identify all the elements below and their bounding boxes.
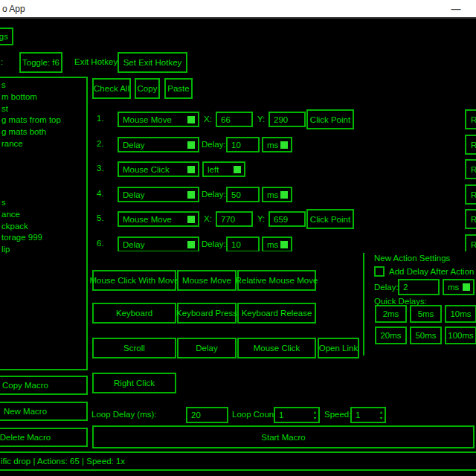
mouse-button-dropdown[interactable]: left xyxy=(202,161,245,177)
action-row-number: 2. xyxy=(97,139,104,148)
remove-action-button[interactable]: R xyxy=(465,159,476,179)
remove-action-button[interactable]: R xyxy=(465,184,476,205)
delay-unit-dropdown[interactable]: ms xyxy=(262,187,292,202)
add-action-button[interactable]: Right Click xyxy=(92,373,176,393)
add-action-button[interactable]: Delay xyxy=(177,338,237,358)
loop-count-stepper[interactable]: 1 ▴ ▾ xyxy=(274,407,320,423)
remove-action-button[interactable]: R xyxy=(465,209,476,229)
status-bar: ific drop | Actions: 65 | Speed: 1x xyxy=(0,451,476,471)
speed-label: Speed: xyxy=(324,410,351,419)
action-rows: 1.Mouse MoveX:66Y:290Click PointR2.Delay… xyxy=(0,104,476,251)
spinner-up-icon[interactable]: ▴ xyxy=(314,409,316,415)
quick-delay-button[interactable]: 100ms xyxy=(445,327,476,344)
action-type-dropdown[interactable]: Delay xyxy=(118,187,199,202)
quick-delay-button[interactable]: 50ms xyxy=(410,327,442,344)
x-label: X: xyxy=(204,115,212,123)
add-action-button[interactable]: Mouse Click With Move xyxy=(92,270,176,291)
quick-delay-button[interactable]: 5ms xyxy=(410,305,442,323)
new-macro-button[interactable]: New Macro xyxy=(0,402,88,421)
spinner-arrows[interactable]: ▴ ▾ xyxy=(380,409,382,421)
minimize-button[interactable]: — xyxy=(445,0,467,17)
spinner-down-icon[interactable]: ▾ xyxy=(380,415,382,421)
dropdown-indicator-icon xyxy=(463,283,470,291)
quick-delay-button[interactable]: 10ms xyxy=(445,305,476,323)
action-type-dropdown-value: Delay xyxy=(123,141,144,149)
macro-list-item[interactable]: s xyxy=(1,80,86,91)
delay-input[interactable]: 10 xyxy=(226,137,260,152)
action-row-number: 3. xyxy=(97,164,104,173)
delay-label: Delay: xyxy=(202,140,226,149)
mouse-button-dropdown-value: left xyxy=(208,165,219,174)
delete-macro-button[interactable]: Delete Macro xyxy=(0,428,88,447)
delay-label: Delay: xyxy=(202,239,226,248)
add-delay-label: Add Delay After Action xyxy=(389,267,474,276)
remove-action-button[interactable]: R xyxy=(465,135,476,155)
remove-action-button[interactable]: R xyxy=(465,234,476,251)
dropdown-indicator-icon xyxy=(187,191,195,199)
paste-button[interactable]: Paste xyxy=(164,78,193,99)
spinner-arrows[interactable]: ▴ ▾ xyxy=(314,409,316,421)
add-action-button[interactable]: Open Link xyxy=(318,338,359,358)
window-title: o App xyxy=(2,4,25,14)
action-row-number: 4. xyxy=(97,189,104,198)
delay-unit-dropdown-value: ms xyxy=(267,141,278,149)
x-input[interactable]: 66 xyxy=(216,112,253,127)
quick-delay-button[interactable]: 20ms xyxy=(375,327,407,344)
action-type-dropdown-value: Mouse Move xyxy=(123,115,172,124)
action-row-number: 5. xyxy=(97,213,104,222)
new-action-delay-input[interactable]: 2 xyxy=(398,279,440,295)
x-label: X: xyxy=(204,214,212,223)
loop-delay-input[interactable]: 20 xyxy=(186,407,228,423)
menu-tab-settings[interactable]: gs xyxy=(0,28,13,45)
click-point-button[interactable]: Click Point xyxy=(306,209,354,229)
minimize-icon: — xyxy=(451,3,461,14)
check-all-button[interactable]: Check All xyxy=(92,78,131,99)
delay-unit-dropdown[interactable]: ms xyxy=(262,137,292,152)
action-row-number: 1. xyxy=(97,114,104,123)
titlebar: o App xyxy=(0,0,476,19)
dropdown-indicator-icon xyxy=(187,116,195,123)
delay-input[interactable]: 10 xyxy=(226,237,260,251)
exit-hotkey-label: Exit Hotkey: xyxy=(74,57,120,66)
speed-value: 1 xyxy=(356,411,360,419)
copy-button[interactable]: Copy xyxy=(135,78,160,99)
x-input[interactable]: 770 xyxy=(216,211,253,227)
add-delay-checkbox[interactable] xyxy=(374,266,385,277)
action-type-dropdown[interactable]: Mouse Move xyxy=(118,211,199,227)
dropdown-indicator-icon xyxy=(280,141,288,149)
add-action-button[interactable]: Scroll xyxy=(92,338,176,358)
action-type-dropdown-value: Mouse Click xyxy=(123,165,170,174)
add-action-button[interactable]: Relative Mouse Move xyxy=(237,270,316,291)
add-action-button[interactable]: Keyboard Press xyxy=(177,303,237,324)
toggle-hotkey-button[interactable]: Toggle: f6 xyxy=(19,52,62,73)
new-action-unit-dropdown[interactable]: ms xyxy=(443,279,475,295)
delay-unit-dropdown[interactable]: ms xyxy=(262,237,292,251)
set-exit-hotkey-button[interactable]: Set Exit Hotkey xyxy=(118,52,187,73)
copy-macro-button[interactable]: Copy Macro xyxy=(0,376,88,395)
new-action-settings-title: New Action Settings xyxy=(374,254,450,263)
new-action-delay-label: Delay: xyxy=(374,283,399,292)
action-type-dropdown[interactable]: Mouse Click xyxy=(118,161,199,177)
start-macro-button[interactable]: Start Macro xyxy=(92,425,475,448)
y-label: Y: xyxy=(257,214,265,223)
y-input[interactable]: 290 xyxy=(268,112,306,127)
macro-list-item[interactable]: m bottom xyxy=(1,91,86,103)
dropdown-indicator-icon xyxy=(187,166,195,173)
add-action-button[interactable]: Mouse Click xyxy=(237,338,316,358)
add-action-button[interactable]: Keyboard Release xyxy=(237,303,316,324)
action-type-dropdown[interactable]: Delay xyxy=(118,237,199,251)
action-type-dropdown[interactable]: Delay xyxy=(118,137,199,152)
spinner-down-icon[interactable]: ▾ xyxy=(314,415,316,421)
delay-input[interactable]: 50 xyxy=(226,187,260,202)
loop-count-label: Loop Count: xyxy=(232,410,279,419)
spinner-up-icon[interactable]: ▴ xyxy=(380,409,382,415)
add-action-button[interactable]: Mouse Move xyxy=(177,270,237,291)
remove-action-button[interactable]: R xyxy=(465,109,476,129)
click-point-button[interactable]: Click Point xyxy=(306,109,354,129)
dropdown-indicator-icon xyxy=(234,166,241,173)
add-action-button[interactable]: Keyboard xyxy=(92,303,176,324)
speed-stepper[interactable]: 1 ▴ ▾ xyxy=(350,407,386,423)
y-input[interactable]: 659 xyxy=(268,211,306,227)
action-type-dropdown[interactable]: Mouse Move xyxy=(118,112,199,127)
quick-delay-button[interactable]: 2ms xyxy=(375,305,407,323)
